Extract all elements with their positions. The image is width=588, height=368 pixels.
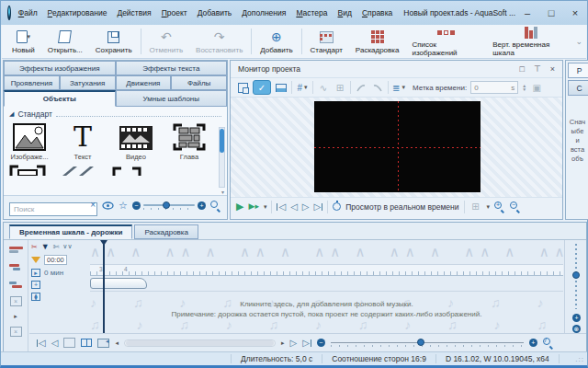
tab-timeline-tracks[interactable]: Временная шкала - дорожки <box>9 224 132 239</box>
timestamp-spinner[interactable]: ▲▼ <box>522 84 526 91</box>
menu-project[interactable]: Проект <box>162 8 187 17</box>
tab-text-effects[interactable]: Эффекты текста <box>116 61 228 75</box>
view-standard-button[interactable]: Стандарт <box>304 25 349 58</box>
section-standard[interactable]: ◢ Стандарт <box>4 107 227 120</box>
tab-smart-templates[interactable]: Умные шаблоны <box>116 90 228 107</box>
preview-screen[interactable] <box>314 101 481 192</box>
collage-object-icon[interactable] <box>9 165 46 176</box>
menu-edit[interactable]: Редактирование <box>48 8 107 17</box>
zoom-prev-icon[interactable]: ▷ <box>289 339 297 348</box>
playhead-flag-icon[interactable]: ▼ <box>41 242 50 251</box>
tab-files[interactable]: Файлы <box>171 75 227 90</box>
zoom-reset-magnifier-icon[interactable] <box>543 338 554 349</box>
image-nav-icon[interactable] <box>97 339 109 348</box>
timeline-zoom-slider[interactable] <box>331 339 524 348</box>
tab-properties-clipped[interactable]: Р <box>568 63 588 78</box>
timeline-scrollbar-thumb[interactable] <box>126 340 274 346</box>
apply-check-icon[interactable]: ✓ <box>253 80 271 95</box>
clear-search-icon[interactable]: × <box>90 200 96 210</box>
maximize-button[interactable]: □ <box>539 3 563 23</box>
object-image[interactable]: Изображе... <box>9 121 50 161</box>
next-frame-icon[interactable]: ▷ <box>302 202 310 212</box>
new-button[interactable]: ▾ Новый <box>6 25 41 58</box>
scrollbar-thumb[interactable] <box>220 129 224 153</box>
fit-selection-icon[interactable]: × <box>10 296 22 306</box>
save-button[interactable]: Сохранить <box>89 25 139 58</box>
tab-second-clipped[interactable]: С <box>568 80 588 96</box>
play-options-caret-icon[interactable]: ▾ <box>264 203 267 211</box>
list-options-icon[interactable]: ≣▾ <box>392 80 405 95</box>
chapter-block[interactable] <box>90 278 147 289</box>
image-track[interactable]: ∧∧ ∧ ∧∧ ∧ ∧∧ ∧ ∧∧ ∧ ∧∧ ∧ ∧∧ ∧ ∧∧ ∧ <box>90 240 563 264</box>
timeline-zoom-handle[interactable] <box>417 339 424 346</box>
skip-start-icon[interactable]: ◁ <box>277 202 286 212</box>
menu-wizards[interactable]: Мастера <box>296 8 327 17</box>
favorites-star-icon[interactable]: ☆ <box>119 201 128 211</box>
tab-motion[interactable]: Движения <box>116 75 172 90</box>
keyframe-next-icon[interactable] <box>371 80 384 95</box>
duplicate-plus-icon[interactable]: + <box>31 281 40 289</box>
vertical-zoom-in-icon[interactable]: + <box>572 314 581 322</box>
cut-track-icon[interactable]: ✂ <box>31 243 38 251</box>
filter-funnel-icon[interactable] <box>31 257 40 263</box>
vertical-zoom-handle[interactable] <box>572 271 580 279</box>
menu-extras[interactable]: Дополнения <box>242 8 286 17</box>
tab-storyboard[interactable]: Раскадровка <box>134 224 198 239</box>
menu-actions[interactable]: Действия <box>117 8 151 17</box>
snap-grid-icon[interactable]: ⊞ <box>469 200 482 214</box>
monitor-pin-icon[interactable]: ⊤ <box>534 64 541 74</box>
resize-grip[interactable]: .:: <box>575 355 584 363</box>
layout-icon[interactable] <box>275 80 288 95</box>
menu-file[interactable]: Файл <box>18 8 38 17</box>
close-button[interactable]: × <box>563 3 587 23</box>
prev-frame-icon[interactable]: ◁ <box>290 202 298 212</box>
view-storyboard-button[interactable]: Раскадровка <box>349 25 406 58</box>
scroll-left-icon[interactable]: ◂ <box>115 339 119 347</box>
realtime-preview-label[interactable]: Просмотр в реальном времени <box>345 202 458 212</box>
save-timestamp-icon[interactable]: ▣ <box>530 80 543 95</box>
fit-all-icon[interactable]: × <box>10 327 22 337</box>
track-play-icon[interactable]: ▸ <box>31 269 40 277</box>
objects-scrollbar[interactable]: ▾ <box>219 127 225 188</box>
timeline-fit-icon[interactable] <box>63 338 75 348</box>
zoom-in-icon[interactable]: + <box>198 201 206 210</box>
keyframe-prev-icon[interactable] <box>355 80 368 95</box>
zoom-slider-handle[interactable] <box>163 201 170 209</box>
object-text[interactable]: T Текст <box>62 121 103 161</box>
tab-fade-in[interactable]: Проявления <box>4 75 60 90</box>
tracks-icon[interactable] <box>9 261 23 272</box>
rail-caret-icon[interactable]: ▸ <box>14 313 17 320</box>
menu-help[interactable]: Справка <box>362 8 392 17</box>
scroll-down-icon[interactable]: ▾ <box>220 189 226 195</box>
timeline-skip-start-icon[interactable]: ◁ <box>37 339 46 348</box>
open-button[interactable]: Открыть... <box>41 25 89 58</box>
vertical-zoom-reset-icon[interactable]: ⊗ <box>572 325 581 333</box>
export-frame-icon[interactable] <box>236 80 249 95</box>
playhead[interactable] <box>103 240 105 333</box>
preview-zoom-in-icon[interactable]: + <box>494 201 505 213</box>
search-input[interactable] <box>9 202 97 216</box>
timeline-tracks-area[interactable]: ∧∧ ∧ ∧∧ ∧ ∧∧ ∧ ∧∧ ∧ ∧∧ ∧ ∧∧ ∧ ∧∧ ∧ 3 4 ♪… <box>90 240 563 333</box>
motion-path-icon[interactable]: ∿ <box>317 80 330 95</box>
zoom-out-icon[interactable]: − <box>132 201 141 210</box>
zoom-next-icon[interactable]: ▷ <box>302 339 311 348</box>
eye-icon[interactable] <box>102 201 114 210</box>
table-icon[interactable]: ⊞ <box>334 80 346 95</box>
monitor-maximize-icon[interactable]: □ <box>519 64 524 74</box>
timestamp-field[interactable]: 0 s <box>470 81 518 94</box>
timeline-ruler[interactable]: 3 4 <box>90 264 563 276</box>
tab-image-effects[interactable]: Эффекты изображения <box>4 61 116 75</box>
pen-object-icon[interactable] <box>59 165 96 176</box>
minimize-button[interactable]: – <box>515 3 539 23</box>
preview-zoom-out-icon[interactable]: − <box>510 201 521 213</box>
snap-options-caret-icon[interactable]: ▾ <box>487 203 491 211</box>
timeline-zoom-out-icon[interactable]: − <box>317 339 325 347</box>
timeline-zoom-in-icon[interactable]: + <box>529 339 537 347</box>
object-chapter[interactable]: Глава <box>169 121 209 161</box>
grid-icon[interactable]: #▾ <box>296 80 309 95</box>
frame-object-icon[interactable] <box>108 165 145 176</box>
play-icon[interactable]: ▶ <box>236 201 243 212</box>
magnifier-icon[interactable] <box>210 201 221 212</box>
chapter-track[interactable] <box>90 276 563 291</box>
redo-button[interactable]: ↷ Восстановить <box>189 25 249 58</box>
